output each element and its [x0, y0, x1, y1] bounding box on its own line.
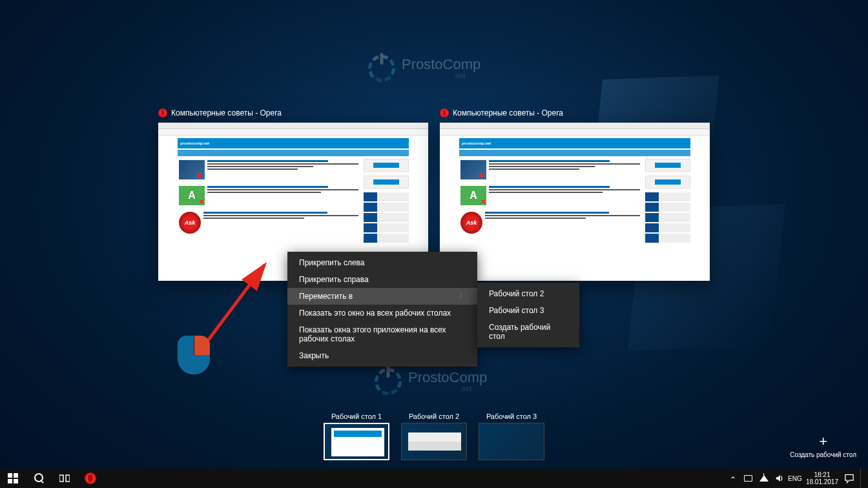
site-title: prostocomp.net: [462, 141, 491, 145]
context-menu: Прикрепить слева Прикрепить справа Перем…: [287, 252, 477, 367]
power-icon: [368, 55, 395, 82]
desktop-1[interactable]: Рабочий стол 1: [324, 412, 389, 460]
menu-label: Показать это окно на всех рабочих столах: [299, 309, 451, 318]
desktop-thumbnail[interactable]: [324, 423, 389, 460]
desktop-3[interactable]: Рабочий стол 3: [479, 412, 544, 460]
menu-label: Показать окна этого приложения на всех р…: [299, 325, 466, 343]
power-icon: [375, 368, 402, 395]
action-center-button[interactable]: [845, 474, 854, 483]
watermark-brand: ProstoComp: [408, 369, 487, 385]
system-tray: ENG 18:21 18.01.2017: [728, 469, 868, 488]
menu-label: Прикрепить слева: [299, 258, 364, 267]
window-title: Компьютерные советы - Opera: [453, 108, 563, 117]
language-indicator[interactable]: ENG: [790, 474, 800, 483]
task-view-icon: [59, 473, 70, 483]
new-desktop-label: Создать рабочий стол: [790, 451, 856, 458]
watermark-suffix: .net: [402, 72, 480, 79]
wifi-icon[interactable]: [760, 474, 769, 483]
search-button[interactable]: [26, 469, 52, 488]
menu-snap-left[interactable]: Прикрепить слева: [287, 254, 477, 271]
clock-date: 18.01.2017: [806, 478, 838, 485]
sound-icon[interactable]: [775, 474, 784, 483]
svg-rect-4: [8, 479, 12, 483]
desktop-strip: Рабочий стол 1 Рабочий стол 2 Рабочий ст…: [0, 411, 868, 462]
menu-close[interactable]: Закрыть: [287, 347, 477, 364]
submenu-label: Создать рабочий стол: [489, 323, 568, 341]
menu-label: Закрыть: [299, 351, 329, 360]
new-desktop-button[interactable]: + Создать рабочий стол: [790, 434, 856, 458]
show-desktop-button[interactable]: [860, 469, 864, 488]
submenu-label: Рабочий стол 3: [489, 306, 544, 315]
windows-icon: [8, 473, 18, 483]
svg-rect-6: [59, 475, 63, 482]
menu-show-window-all[interactable]: Показать это окно на всех рабочих столах: [287, 305, 477, 321]
svg-rect-3: [14, 473, 18, 478]
watermark-top: ProstoComp .net: [368, 55, 480, 82]
watermark-brand: ProstoComp: [402, 56, 480, 72]
clock[interactable]: 18:21 18.01.2017: [806, 471, 838, 485]
chevron-right-icon: 〉: [459, 292, 466, 301]
window-title: Компьютерные советы - Opera: [171, 108, 282, 117]
plus-icon: +: [790, 434, 856, 449]
search-icon: [34, 473, 43, 483]
menu-label: Переместить в: [299, 292, 353, 301]
desktop-2[interactable]: Рабочий стол 2: [401, 412, 467, 460]
mouse-annotation-icon: [178, 336, 210, 378]
svg-rect-5: [14, 479, 18, 483]
opera-icon: [85, 473, 96, 484]
opera-icon: [440, 108, 449, 117]
watermark-bottom: ProstoComp .net: [375, 368, 487, 395]
desktop-label: Рабочий стол 1: [331, 412, 382, 420]
opera-taskbar-button[interactable]: [78, 469, 103, 488]
submenu-desktop-2[interactable]: Рабочий стол 2: [477, 285, 579, 302]
task-view-button[interactable]: [52, 469, 78, 488]
window-title-bar: Компьютерные советы - Opera: [440, 108, 563, 117]
desktop-label: Рабочий стол 3: [486, 412, 537, 420]
svg-rect-2: [8, 473, 12, 478]
menu-label: Прикрепить справа: [299, 275, 369, 284]
opera-icon: [158, 108, 167, 117]
window-content-preview: prostocomp.net: [440, 123, 710, 281]
context-submenu: Рабочий стол 2 Рабочий стол 3 Создать ра…: [477, 283, 579, 347]
menu-snap-right[interactable]: Прикрепить справа: [287, 271, 477, 288]
svg-rect-7: [66, 475, 70, 482]
task-window-2[interactable]: Компьютерные советы - Opera ✕ prostocomp…: [440, 123, 710, 281]
desktop-label: Рабочий стол 2: [409, 412, 459, 420]
tray-overflow-button[interactable]: [728, 474, 738, 483]
desktop-thumbnail[interactable]: [479, 423, 544, 460]
site-title: prostocomp.net: [180, 141, 209, 145]
window-title-bar: Компьютерные советы - Opera: [158, 108, 282, 117]
desktop-thumbnail[interactable]: [401, 423, 467, 460]
menu-show-app-all[interactable]: Показать окна этого приложения на всех р…: [287, 321, 477, 347]
start-button[interactable]: [0, 469, 26, 488]
battery-icon[interactable]: [744, 474, 753, 483]
taskbar: ENG 18:21 18.01.2017: [0, 469, 868, 488]
watermark-suffix: .net: [408, 385, 487, 392]
submenu-desktop-3[interactable]: Рабочий стол 3: [477, 302, 579, 319]
submenu-label: Рабочий стол 2: [489, 289, 544, 298]
clock-time: 18:21: [806, 471, 838, 478]
menu-move-to[interactable]: Переместить в〉: [287, 288, 477, 305]
submenu-new-desktop[interactable]: Создать рабочий стол: [477, 319, 579, 345]
